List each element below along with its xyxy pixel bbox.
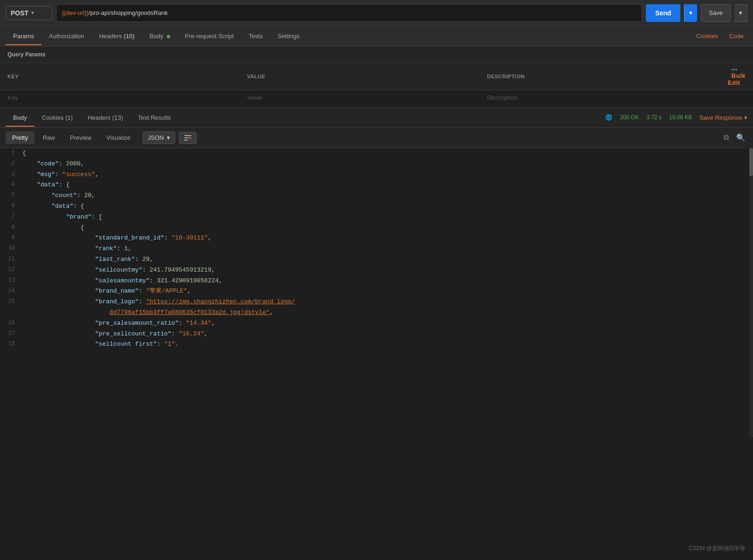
tab-headers[interactable]: Headers (10) <box>92 27 142 45</box>
json-content: 1 { 2 "code": 2000, 3 "msg": "success", … <box>0 148 753 437</box>
url-input[interactable]: {{dev-url}}/pro-api/shopping/goodsRank <box>56 4 642 22</box>
send-button[interactable]: Send <box>646 4 680 22</box>
tab-bar-right: Cookies Code <box>692 29 747 43</box>
response-tab-cookies[interactable]: Cookies (1) <box>34 109 80 127</box>
json-line-4: 4 "data": { <box>0 180 753 191</box>
json-line-17: 17 "pre_sellcount_ratio": "16.24", <box>0 329 753 340</box>
tab-tests[interactable]: Tests <box>241 27 270 45</box>
search-icon[interactable]: 🔍 <box>734 131 747 144</box>
bulk-edit-button[interactable]: Bulk Edit <box>728 70 746 88</box>
headers-badge: (10) <box>123 33 134 40</box>
col-header-actions: ••• Bulk Edit <box>720 63 753 90</box>
json-line-2: 2 "code": 2000, <box>0 159 753 170</box>
query-params-table: KEY VALUE DESCRIPTION ••• Bulk Edit Key … <box>0 63 753 105</box>
view-pretty[interactable]: Pretty <box>6 131 34 144</box>
json-line-3: 3 "msg": "success", <box>0 170 753 180</box>
col-header-desc: DESCRIPTION <box>479 63 720 90</box>
tab-authorization[interactable]: Authorization <box>41 27 92 45</box>
response-tab-body[interactable]: Body <box>6 109 34 127</box>
view-visualize[interactable]: Visualize <box>100 131 137 144</box>
tab-body[interactable]: Body <box>142 27 178 45</box>
save-button[interactable]: Save <box>701 4 731 22</box>
response-tab-test-results[interactable]: Test Results <box>130 109 178 127</box>
url-var: {{dev-url}} <box>62 9 89 16</box>
copy-icon[interactable]: ⧉ <box>722 131 731 144</box>
response-time: 3.72 s <box>646 114 662 121</box>
json-line-18: 18 "sellcount first": "1". <box>0 339 753 350</box>
json-line-15: 15 "brand_logo": "https://img.shangzhizh… <box>0 297 753 307</box>
wrap-button[interactable] <box>179 132 197 144</box>
json-line-10: 10 "rank": 1, <box>0 244 753 254</box>
status-code: 200 OK <box>620 114 639 121</box>
table-row: Key Value Description <box>0 90 753 105</box>
headers-count: (13) <box>112 114 123 121</box>
json-line-15b: 8d7796af15bb3ff7a080635cf0133a2d.jpg!dst… <box>0 307 753 318</box>
method-select[interactable]: POST ▾ <box>6 6 52 20</box>
col-header-value: VALUE <box>240 63 479 90</box>
url-path: /pro-api/shopping/goodsRank <box>89 9 168 16</box>
tab-settings[interactable]: Settings <box>270 27 307 45</box>
json-line-9: 9 "standard_brand_id": "10-30111", <box>0 233 753 244</box>
json-line-7: 7 "brand": [ <box>0 212 753 223</box>
toolbar-right: ⧉ 🔍 <box>722 131 747 144</box>
format-chevron: ▾ <box>167 134 170 141</box>
tab-params[interactable]: Params <box>6 27 41 45</box>
view-raw[interactable]: Raw <box>36 131 62 144</box>
cookies-link[interactable]: Cookies <box>692 29 722 43</box>
response-tab-headers[interactable]: Headers (13) <box>80 109 130 127</box>
globe-icon[interactable]: 🌐 <box>605 114 612 121</box>
scrollbar-thumb[interactable] <box>749 148 753 176</box>
response-toolbar: Pretty Raw Preview Visualize JSON ▾ ⧉ 🔍 <box>0 128 753 148</box>
desc-cell[interactable]: Description <box>479 90 720 105</box>
body-dot <box>167 35 170 38</box>
format-select[interactable]: JSON ▾ <box>143 131 175 144</box>
url-bar: POST ▾ {{dev-url}}/pro-api/shopping/good… <box>0 0 753 26</box>
json-line-6: 6 "data": { <box>0 201 753 212</box>
row-actions <box>720 90 753 105</box>
json-line-16: 16 "pre_salesamount_ratio": "14.34", <box>0 318 753 329</box>
method-label: POST <box>11 9 28 17</box>
response-size: 19.08 KB <box>669 114 692 121</box>
response-tab-bar: Body Cookies (1) Headers (13) Test Resul… <box>0 107 753 128</box>
send-dropdown-button[interactable]: ▾ <box>684 4 697 22</box>
watermark: CSDN @是阿俏同学呀 <box>689 545 746 553</box>
save-response-button[interactable]: Save Response ▾ <box>699 114 747 121</box>
response-status: 🌐 200 OK 3.72 s 19.08 KB Save Response ▾ <box>605 114 747 121</box>
value-cell[interactable]: Value <box>240 90 479 105</box>
json-line-5: 5 "count": 20, <box>0 191 753 201</box>
request-tab-bar: Params Authorization Headers (10) Body P… <box>0 26 753 47</box>
json-line-12: 12 "sellcountmy": 241.7949545913219, <box>0 265 753 276</box>
tab-pre-request[interactable]: Pre-request Script <box>178 27 241 45</box>
key-cell[interactable]: Key <box>0 90 240 105</box>
cookies-count: (1) <box>65 114 73 121</box>
json-line-11: 11 "last_rank": 29, <box>0 254 753 265</box>
json-line-14: 14 "brand_name": "苹果/APPLE", <box>0 286 753 297</box>
save-response-chevron: ▾ <box>744 114 747 121</box>
code-link[interactable]: Code <box>726 29 747 43</box>
json-line-8: 8 { <box>0 223 753 233</box>
save-dropdown-button[interactable]: ▾ <box>734 4 747 22</box>
col-header-key: KEY <box>0 63 240 90</box>
json-line-13: 13 "salesamountmy": 321.4290919058224, <box>0 276 753 287</box>
method-chevron: ▾ <box>31 10 34 15</box>
query-params-header: Query Params <box>0 47 753 63</box>
json-line-1: 1 { <box>0 148 753 159</box>
view-preview[interactable]: Preview <box>63 131 98 144</box>
